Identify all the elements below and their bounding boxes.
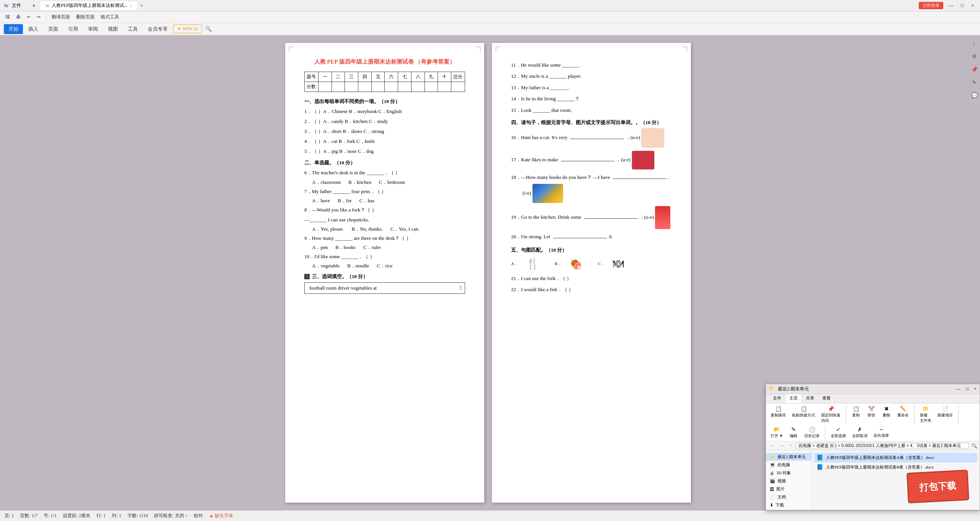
fe-history[interactable]: 🕐 历史记录 [802,426,822,439]
img-a-fork: 🍴 [526,257,539,270]
wps-ai-button[interactable]: ✦ WPS AI [173,25,202,33]
fe-cut[interactable]: ✂️ 剪切 [864,405,878,424]
new-tab-button[interactable]: + [140,2,144,9]
score-header-total: 总分 [451,72,465,82]
menu-view[interactable]: 视图 [103,24,122,34]
fe-nav-fwd[interactable]: → [778,442,786,449]
q8-options: A．Yes, please. B．No, thanks. C．Yes, I ca… [304,226,465,233]
sidebar-icon-1[interactable]: ↕ [970,39,978,48]
page-1: 人教 PEP 版四年级上册期末达标测试卷 （有参考答案） 题号 一 二 三 四 … [285,43,484,503]
score-header-3: 三 [345,72,358,82]
toolbar-print[interactable]: 🖶 [14,13,23,21]
fe-sidebar-recent[interactable]: ⭐ 最近2.期末单元 [766,453,812,461]
menu-reference[interactable]: 引用 [64,24,83,34]
fill-words: football room driver vegetables at [309,285,377,291]
fe-pin[interactable]: 📌 固定到快速访问 [819,405,843,424]
fe-tab-share[interactable]: 共享 [802,394,818,403]
fe-sidebar-pictures[interactable]: 🖼 图片 [766,485,812,493]
status-spell-check[interactable]: 拼写检查: 关闭 > [154,513,188,519]
q22: 22．I would like a fish．（ ） [511,285,672,294]
menu-tools[interactable]: 工具 [123,24,142,34]
fe-paste-shortcut[interactable]: 📋 粘贴快捷方式 [790,405,817,424]
fe-minimize[interactable]: — [956,386,960,392]
fe-copy[interactable]: 📋 复制 [849,405,863,424]
fe-open[interactable]: 📂 打开 ▼ [768,426,785,439]
fe-tab-file[interactable]: 文件 [769,394,786,403]
minimize-button[interactable]: — [946,3,956,8]
tab-close[interactable]: × [130,3,132,8]
fe-file-a[interactable]: 📘 人教PEP版四年级上册期末达标测试卷A卷（含答案）.docx [814,453,977,462]
q15: 15．Look _______ that room. [511,106,672,115]
sidebar-icon-3[interactable]: 📌 [970,65,978,74]
fe-sidebar-video[interactable]: 🎬 视频 [766,477,812,485]
fe-nav-up[interactable]: ↑ [788,442,794,449]
toolbar-delete-page[interactable]: 删除页面 [74,13,97,21]
fe-deselect-all[interactable]: ✗ 全部取消 [850,426,870,439]
fe-sidebar-3d-label: 3D 对象 [776,470,791,476]
fe-path-input[interactable] [796,443,969,449]
fe-sidebar-3d[interactable]: 🖨 3D 对象 [766,469,812,477]
fe-delete[interactable]: ✖ 删除 [880,405,893,424]
fe-close[interactable]: × [974,386,977,392]
sidebar-icon-4[interactable]: ✎ [970,78,978,87]
fe-sidebar-downloads[interactable]: ⬇ 下载 [766,501,812,509]
q10-a: A．vegetable [312,262,340,269]
toolbar-save[interactable]: 🖫 [3,13,12,21]
fe-new-folder[interactable]: 📁 新建文件夹 [918,405,934,424]
menu-insert[interactable]: 插入 [24,24,43,34]
status-row: 行: 1 [96,513,106,519]
q3: 3．（ ）A．short B．shoes C．strong [304,127,465,136]
toolbar-redo[interactable]: ↪ [34,13,43,21]
fe-sidebar-pictures-icon: 🖼 [770,487,774,492]
fe-search-icon[interactable]: 🔍 [971,443,977,449]
file-menu[interactable]: 文件 [12,2,21,9]
fe-sidebar-recent-label: 最近2.期末单元 [777,454,806,460]
sidebar-icon-2[interactable]: ⚙ [970,52,978,61]
fe-new-item[interactable]: 📄 新建项目 [935,405,955,424]
section1-heading: 一、选出每组单词不同类的一项。（10 分） [304,98,465,105]
tab-icon: W [46,3,49,8]
fe-copy-path[interactable]: 📋 复制路径 [768,405,788,424]
fe-select-all[interactable]: ✓ 全部选择 [828,426,848,439]
score-6 [385,82,398,92]
pin-icon: 📌 [828,406,834,412]
download-stamp[interactable]: 打包下载 [906,470,969,503]
toolbar-undo[interactable]: ↩ [24,13,33,21]
fill-box-collapse[interactable]: − [459,286,462,293]
fe-sidebar-pc[interactable]: 💻 此电脑 [766,461,812,469]
toolbar-translate[interactable]: 翻译页面 [49,13,72,21]
corner-mark-tr [476,47,480,51]
menu-start[interactable]: 开始 [4,24,23,34]
fe-invert-selection[interactable]: ↔ 反向选择 [871,426,891,439]
register-button[interactable]: 立即登录 [919,2,943,9]
q8-sub: —_______ I can use chopsticks. [304,216,465,224]
title-bar-left: W 文件 ▼ [0,2,40,9]
maximize-button[interactable]: □ [959,3,966,8]
fe-separator-2 [914,405,915,424]
fe-maximize[interactable]: □ [966,386,969,392]
close-button[interactable]: × [969,3,976,8]
q18-hint: (i-e) [523,190,531,196]
fe-sidebar-pc-icon: 💻 [770,462,775,467]
fe-nav-back[interactable]: ← [768,442,776,449]
search-icon[interactable]: 🔍 [205,26,212,32]
fe-sidebar-music[interactable]: 🎵 音乐 [766,509,812,510]
fe-file-b-name: 人教PEP版四年级上册期末达标测试卷B卷（含答案）.docx [826,464,934,470]
menu-review[interactable]: 审阅 [83,24,103,34]
fe-edit[interactable]: ✎ 编辑 [787,426,800,439]
toolbar-format[interactable]: 格式工具 [98,13,121,21]
fe-rename[interactable]: ✏️ 重命名 [895,405,911,424]
fe-sidebar-docs[interactable]: 📄 文档 [766,493,812,501]
fe-tab-home[interactable]: 主页 [786,394,802,403]
app-icon: W [4,3,9,9]
menu-member[interactable]: 会员专享 [143,24,172,34]
menu-page[interactable]: 页面 [44,24,63,34]
fe-tab-view[interactable]: 查看 [818,394,835,403]
document-tab[interactable]: W 人教PEP版四年级上册期末达标测试... × [40,1,138,11]
status-missing-font[interactable]: ▲ 缺失字体 [209,513,233,519]
status-proofread[interactable]: 校对 [194,513,203,519]
sidebar-icon-5[interactable]: 💬 [970,91,978,100]
title-text: 人教 PEP 版四年级上册期末达标测试卷 [314,59,414,65]
img-b-label: B． [555,261,562,267]
q7-b: B．for [338,197,352,204]
